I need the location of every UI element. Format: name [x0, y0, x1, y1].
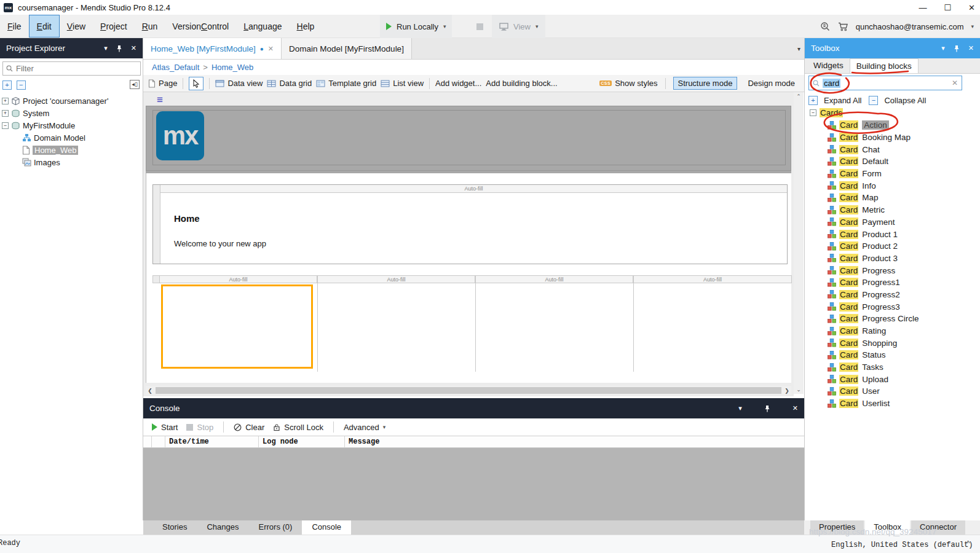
template-grid-button[interactable]: Template grid	[316, 79, 376, 88]
tab-errors[interactable]: Errors (0)	[249, 520, 302, 535]
tab-console[interactable]: Console	[302, 520, 351, 535]
panel-close-icon[interactable]: ✕	[968, 44, 974, 52]
pin-icon[interactable]	[116, 45, 122, 52]
tab-overflow-caret-icon[interactable]: ▾	[797, 45, 800, 52]
tree-item-myfirstmodule[interactable]: − MyFirstModule	[0, 119, 143, 131]
toolbox-item-card-status[interactable]: CardStatus	[805, 349, 980, 361]
collapse-all-label[interactable]: Collapse All	[884, 96, 926, 105]
filter-search-box[interactable]	[2, 61, 141, 76]
page-canvas[interactable]: ≡ mx Auto-fill Home Welcome to your new …	[143, 92, 794, 396]
collapse-icon[interactable]: −	[2, 122, 9, 129]
column-message[interactable]: Message	[345, 436, 804, 447]
column-header[interactable]: Auto-fill	[318, 275, 475, 283]
expand-icon[interactable]: +	[2, 98, 9, 104]
vertical-scrollbar[interactable]: ⌃ ⌄	[794, 92, 804, 394]
toolbox-item-card-chat[interactable]: CardChat	[805, 143, 980, 155]
tree-item-system[interactable]: + System	[0, 107, 143, 119]
account-caret-icon[interactable]: ▾	[971, 23, 974, 29]
select-tool-button[interactable]	[189, 77, 204, 90]
toolbox-item-card-progress[interactable]: CardProgress	[805, 264, 980, 276]
scrollbar-thumb[interactable]	[156, 387, 781, 394]
toolbox-item-card-form[interactable]: CardForm	[805, 168, 980, 180]
row-handle[interactable]	[152, 275, 160, 283]
account-email[interactable]: qunchaoshao@transemic.com	[856, 22, 964, 31]
tab-domain-model[interactable]: Domain Model [MyFirstModule]	[282, 38, 412, 59]
layout-column-4[interactable]: Auto-fill	[634, 275, 792, 372]
menu-view[interactable]: View	[60, 15, 93, 37]
breadcrumb-current-link[interactable]: Home_Web	[211, 63, 253, 72]
toolbox-item-card-default[interactable]: CardDefault	[805, 155, 980, 168]
pin-icon[interactable]	[954, 45, 960, 52]
toolbox-item-card-action[interactable]: CardAction	[805, 119, 980, 131]
minimize-icon[interactable]: —	[919, 3, 927, 12]
scroll-down-icon[interactable]: ⌄	[794, 386, 804, 393]
list-view-button[interactable]: List view	[381, 79, 424, 88]
tab-widgets[interactable]: Widgets	[807, 58, 850, 73]
welcome-text[interactable]: Welcome to your new app	[174, 239, 266, 248]
layout-column-3[interactable]: Auto-fill	[476, 275, 634, 372]
toolbox-item-card-progress1[interactable]: CardProgress1	[805, 276, 980, 289]
toolbox-item-card-progress3[interactable]: CardProgress3	[805, 300, 980, 313]
row-handle[interactable]	[153, 185, 160, 264]
panel-menu-caret-icon[interactable]: ▾	[738, 404, 742, 412]
menu-run[interactable]: Run	[135, 15, 165, 37]
clear-search-icon[interactable]: ✕	[952, 79, 958, 87]
panel-close-icon[interactable]: ✕	[131, 44, 136, 52]
column-header[interactable]: Auto-fill	[160, 185, 787, 193]
tree-item-images[interactable]: Images	[0, 156, 143, 168]
tree-item-domain-model[interactable]: Domain Model	[0, 131, 143, 144]
toolbox-item-card-payment[interactable]: CardPayment	[805, 216, 980, 229]
expand-icon[interactable]: +	[2, 110, 9, 117]
selected-container[interactable]	[161, 284, 313, 369]
menu-language[interactable]: Language	[236, 15, 289, 37]
panel-close-icon[interactable]: ✕	[792, 404, 798, 412]
design-mode-button[interactable]: Design mode	[743, 77, 799, 89]
toolbox-item-card-booking-map[interactable]: CardBooking Map	[805, 131, 980, 144]
sync-selection-icon[interactable]: ◂▯	[130, 80, 140, 89]
run-locally-button[interactable]: Run Locally ▾	[380, 15, 452, 38]
maximize-icon[interactable]: ☐	[944, 3, 951, 12]
toolbox-item-card-tasks[interactable]: CardTasks	[805, 361, 980, 374]
panel-menu-caret-icon[interactable]: ▾	[941, 44, 945, 52]
expand-all-icon[interactable]: +	[808, 96, 818, 105]
menu-file[interactable]: File	[0, 15, 29, 37]
layout-column-1[interactable]: Auto-fill	[160, 275, 318, 372]
add-widget-button[interactable]: Add widget...	[435, 79, 481, 88]
tab-close-icon[interactable]: ✕	[268, 45, 274, 53]
toolbox-item-card-map[interactable]: CardMap	[805, 192, 980, 204]
tree-item-home-web[interactable]: Home_Web	[0, 144, 143, 156]
scroll-up-icon[interactable]: ⌃	[794, 93, 804, 100]
menu-edit[interactable]: Edit	[29, 15, 60, 37]
search-value[interactable]: card	[823, 79, 840, 88]
data-grid-button[interactable]: Data grid	[267, 79, 312, 88]
toolbox-item-card-progress-circle[interactable]: CardProgress Circle	[805, 313, 980, 325]
toolbox-item-card-product-1[interactable]: CardProduct 1	[805, 228, 980, 240]
layout-column-2[interactable]: Auto-fill	[318, 275, 476, 372]
advanced-dropdown[interactable]: Advanced ▾	[344, 423, 385, 432]
collapse-all-icon[interactable]: −	[869, 96, 878, 105]
start-button[interactable]: Start	[152, 423, 178, 432]
run-locally-caret-icon[interactable]: ▾	[443, 23, 446, 29]
scroll-lock-button[interactable]: Scroll Lock	[273, 423, 323, 432]
horizontal-scrollbar[interactable]: ❮ ❯	[146, 386, 791, 395]
menu-version-control[interactable]: Version Control	[165, 15, 236, 37]
toolbox-item-card-user[interactable]: CardUser	[805, 385, 980, 398]
scroll-right-icon[interactable]: ❯	[783, 388, 791, 394]
status-language[interactable]: English, United States (default)	[831, 541, 973, 549]
toolbox-item-card-upload[interactable]: CardUpload	[805, 373, 980, 385]
column-header[interactable]: Auto-fill	[476, 275, 633, 283]
toolbox-search-box[interactable]: card ✕	[808, 76, 962, 90]
show-styles-button[interactable]: CSS Show styles	[599, 79, 657, 88]
tab-stories[interactable]: Stories	[152, 520, 197, 535]
search-person-icon[interactable]	[820, 22, 831, 31]
page-content-region[interactable]: Auto-fill Home Welcome to your new app A…	[146, 173, 791, 383]
column-date-time[interactable]: Date/time	[165, 436, 259, 447]
column-header[interactable]: Auto-fill	[160, 275, 317, 283]
menu-project[interactable]: Project	[93, 15, 135, 37]
toolbox-item-card-rating[interactable]: CardRating	[805, 325, 980, 337]
expand-all-label[interactable]: Expand All	[824, 96, 861, 105]
menu-help[interactable]: Help	[290, 15, 322, 37]
tree-item-project[interactable]: + Project 'coursemanager'	[0, 95, 143, 107]
panel-menu-caret-icon[interactable]: ▾	[104, 44, 108, 52]
scroll-left-icon[interactable]: ❮	[146, 388, 154, 394]
